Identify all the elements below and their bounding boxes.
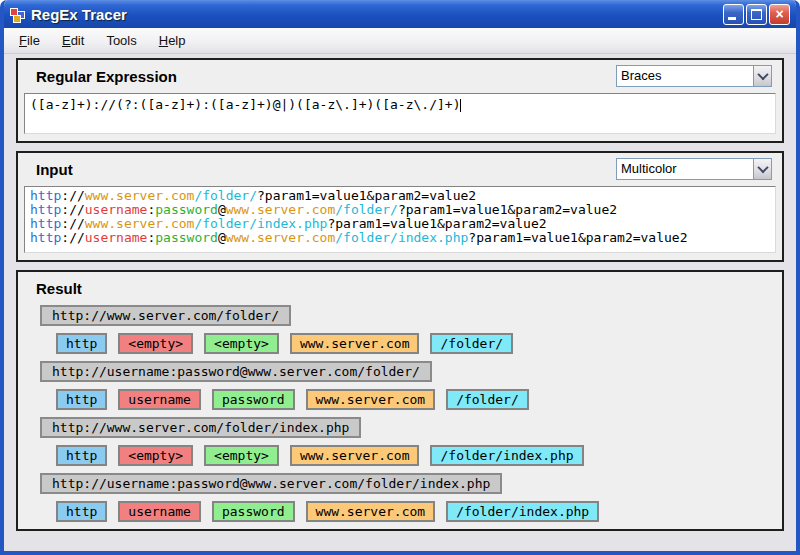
group-box: username bbox=[118, 389, 201, 410]
input-line: http://username:password@www.server.com/… bbox=[30, 203, 770, 217]
input-line: http://www.server.com/folder/index.php?p… bbox=[30, 217, 770, 231]
app-icon bbox=[10, 7, 25, 22]
match-box: http://www.server.com/folder/index.php bbox=[40, 417, 361, 438]
result-section-title: Result bbox=[36, 280, 82, 297]
chevron-down-icon bbox=[757, 162, 768, 173]
chevron-down-icon bbox=[757, 69, 768, 80]
regex-pattern-text: ([a-z]+)://(?:([a-z]+):([a-z]+)@|)([a-z\… bbox=[30, 97, 460, 112]
group-box: password bbox=[212, 389, 295, 410]
url-segment: @ bbox=[218, 230, 226, 245]
group-box: <empty> bbox=[204, 445, 279, 466]
group-box: /folder/ bbox=[446, 389, 529, 410]
match-box: http://www.server.com/folder/ bbox=[40, 305, 291, 326]
input-textarea[interactable]: http://www.server.com/folder/?param1=val… bbox=[24, 186, 776, 253]
group-box: /folder/index.php bbox=[430, 445, 583, 466]
url-segment: password bbox=[155, 202, 218, 217]
menu-item-tools[interactable]: Tools bbox=[95, 28, 147, 53]
minimize-button[interactable] bbox=[723, 4, 744, 25]
url-segment: /folder/ bbox=[335, 202, 398, 217]
minimize-icon bbox=[728, 17, 736, 20]
url-segment: @ bbox=[218, 202, 226, 217]
dropdown-selected-value: Braces bbox=[617, 66, 753, 86]
group-box: http bbox=[56, 333, 107, 354]
url-segment: www.server.com bbox=[85, 216, 195, 231]
maximize-icon bbox=[751, 9, 762, 20]
url-segment: http bbox=[30, 188, 61, 203]
url-segment: :// bbox=[61, 216, 84, 231]
url-segment: http bbox=[30, 202, 61, 217]
url-segment: username bbox=[85, 230, 148, 245]
input-section-title: Input bbox=[36, 161, 73, 178]
regex-tracer-window: RegEx Tracer × File Edit Tools Help Regu… bbox=[0, 0, 800, 555]
input-line: http://www.server.com/folder/?param1=val… bbox=[30, 189, 770, 203]
regex-display-mode-dropdown[interactable]: Braces bbox=[616, 65, 772, 87]
url-segment: username bbox=[85, 202, 148, 217]
dropdown-button[interactable] bbox=[753, 159, 771, 179]
url-segment: :// bbox=[61, 188, 84, 203]
group-box: /folder/index.php bbox=[446, 501, 599, 522]
url-segment: ?param1=value1&param2=value2 bbox=[468, 230, 687, 245]
section-input: Input Multicolor http://www.server.com/f… bbox=[16, 151, 784, 262]
url-segment: /folder/index.php bbox=[335, 230, 468, 245]
group-box: http bbox=[56, 389, 107, 410]
menu-item-file[interactable]: File bbox=[8, 28, 51, 53]
maximize-button[interactable] bbox=[746, 4, 767, 25]
section-result: Result http://www.server.com/folder/http… bbox=[16, 270, 784, 531]
dropdown-button[interactable] bbox=[753, 66, 771, 86]
menu-item-edit[interactable]: Edit bbox=[51, 28, 95, 53]
url-segment: password bbox=[155, 230, 218, 245]
close-icon: × bbox=[775, 6, 783, 22]
input-display-mode-dropdown[interactable]: Multicolor bbox=[616, 158, 772, 180]
menu-item-help[interactable]: Help bbox=[148, 28, 197, 53]
url-segment: www.server.com bbox=[85, 188, 195, 203]
input-line: http://username:password@www.server.com/… bbox=[30, 231, 770, 245]
section-regular-expression: Regular Expression Braces ([a-z]+)://(?:… bbox=[16, 58, 784, 143]
client-area: Regular Expression Braces ([a-z]+)://(?:… bbox=[4, 54, 796, 531]
group-box: www.server.com bbox=[306, 501, 436, 522]
group-box: username bbox=[118, 501, 201, 522]
group-box: /folder/ bbox=[430, 333, 513, 354]
group-box: <empty> bbox=[118, 445, 193, 466]
url-segment: www.server.com bbox=[226, 230, 336, 245]
dropdown-selected-value: Multicolor bbox=[617, 159, 753, 179]
url-segment: ?param1=value1&param2=value2 bbox=[327, 216, 546, 231]
group-box: www.server.com bbox=[290, 333, 420, 354]
window-title: RegEx Tracer bbox=[31, 6, 723, 23]
url-segment: ?param1=value1&param2=value2 bbox=[257, 188, 476, 203]
group-box: http bbox=[56, 501, 107, 522]
titlebar: RegEx Tracer × bbox=[4, 0, 796, 28]
regex-input[interactable]: ([a-z]+)://(?:([a-z]+):([a-z]+)@|)([a-z\… bbox=[24, 93, 776, 134]
match-box: http://username:password@www.server.com/… bbox=[40, 473, 502, 494]
group-box: http bbox=[56, 445, 107, 466]
group-box: <empty> bbox=[204, 333, 279, 354]
url-segment: /folder/ bbox=[194, 188, 257, 203]
url-segment: www.server.com bbox=[226, 202, 336, 217]
result-panel: http://www.server.com/folder/http<empty>… bbox=[18, 303, 782, 522]
url-segment: http bbox=[30, 230, 61, 245]
url-segment: ?param1=value1&param2=value2 bbox=[398, 202, 617, 217]
url-segment: http bbox=[30, 216, 61, 231]
url-segment: :// bbox=[61, 202, 84, 217]
menubar: File Edit Tools Help bbox=[4, 28, 796, 54]
url-segment: :// bbox=[61, 230, 84, 245]
url-segment: /folder/index.php bbox=[194, 216, 327, 231]
group-box: <empty> bbox=[118, 333, 193, 354]
group-box: password bbox=[212, 501, 295, 522]
group-box: www.server.com bbox=[290, 445, 420, 466]
match-box: http://username:password@www.server.com/… bbox=[40, 361, 432, 382]
close-button[interactable]: × bbox=[769, 4, 790, 25]
group-box: www.server.com bbox=[306, 389, 436, 410]
text-caret bbox=[460, 99, 461, 112]
regex-section-title: Regular Expression bbox=[36, 68, 177, 85]
